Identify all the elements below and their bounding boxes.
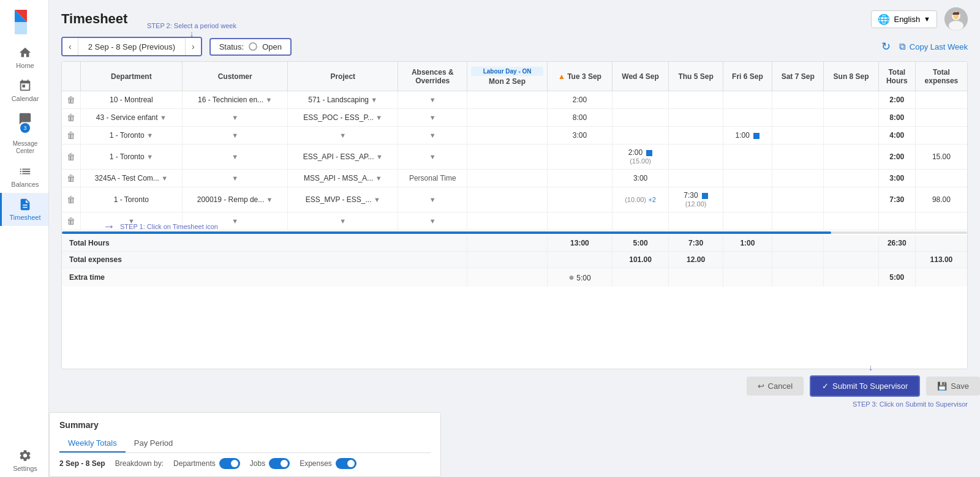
fri-cell[interactable] [723, 109, 772, 127]
tab-weekly-totals[interactable]: Weekly Totals [59, 435, 126, 453]
customer-dropdown-icon[interactable]: ▼ [232, 114, 238, 121]
mon-cell[interactable] [467, 187, 548, 212]
absence-dropdown-icon[interactable]: ▼ [429, 96, 436, 103]
submit-to-supervisor-button[interactable]: ✓ Submit To Supervisor [810, 375, 920, 397]
sun-cell[interactable] [824, 127, 878, 145]
customer-dropdown-icon[interactable]: ▼ [232, 217, 238, 225]
project-dropdown-icon[interactable]: ▼ [376, 153, 383, 160]
tue-cell[interactable]: 3:00 [548, 127, 612, 145]
toggle-dept-switch[interactable] [219, 458, 240, 469]
copy-last-week-button[interactable]: ⧉ Copy Last Week [899, 41, 968, 52]
wed-cell[interactable]: 3:00 [612, 170, 668, 187]
customer-dropdown-icon[interactable]: ▼ [232, 153, 238, 160]
project-dropdown-icon[interactable]: ▼ [375, 114, 382, 121]
sidebar-item-calendar[interactable]: Calendar [0, 74, 48, 107]
mon-cell[interactable] [467, 127, 548, 145]
sat-cell[interactable] [772, 170, 824, 187]
absence-dropdown-icon[interactable]: ▼ [429, 132, 436, 139]
delete-row-button[interactable]: 🗑 [67, 173, 75, 183]
timesheet-table: Department Customer Project Absences &Ov… [62, 62, 967, 287]
cancel-button[interactable]: ↩ Cancel [747, 377, 804, 396]
sat-cell[interactable] [772, 187, 824, 212]
fri-cell[interactable] [723, 187, 772, 212]
delete-row-button[interactable]: 🗑 [67, 152, 75, 162]
sun-cell[interactable] [824, 109, 878, 127]
dept-dropdown-icon[interactable]: ▼ [161, 175, 168, 182]
mon-cell[interactable] [467, 91, 548, 109]
delete-row-button[interactable]: 🗑 [67, 216, 75, 226]
refresh-button[interactable]: ↻ [879, 37, 893, 56]
fri-cell[interactable] [723, 170, 772, 187]
project-dropdown-icon[interactable]: ▼ [339, 132, 346, 139]
sun-cell[interactable] [824, 187, 878, 212]
wed-cell[interactable]: (10.00) +2 [612, 187, 668, 212]
thu-cell[interactable] [669, 91, 723, 109]
absence-dropdown-icon[interactable]: ▼ [429, 217, 436, 225]
project-dropdown-icon[interactable]: ▼ [374, 196, 380, 203]
project-dropdown-icon[interactable]: ▼ [371, 96, 377, 103]
absence-dropdown-icon[interactable]: ▼ [429, 153, 436, 160]
wed-cell[interactable] [612, 127, 668, 145]
language-selector[interactable]: 🌐 English ▼ [871, 10, 937, 28]
customer-dropdown-icon[interactable]: ▼ [265, 96, 272, 103]
period-prev-button[interactable]: ‹ [62, 38, 78, 55]
sidebar-item-timesheet[interactable]: Timesheet [0, 193, 48, 226]
mon-cell[interactable] [467, 145, 548, 170]
customer-dropdown-icon[interactable]: ▼ [232, 175, 238, 182]
total-exp-total [915, 235, 967, 252]
dept-dropdown-icon[interactable]: ▼ [146, 153, 153, 160]
thu-cell[interactable] [669, 170, 723, 187]
period-next-button[interactable]: › [186, 38, 201, 55]
sidebar-item-home[interactable]: Home [0, 41, 48, 74]
mon-cell[interactable] [467, 170, 548, 187]
tue-cell[interactable]: 2:00 [548, 91, 612, 109]
delete-row-button[interactable]: 🗑 [67, 95, 75, 105]
wed-cell[interactable] [612, 91, 668, 109]
wed-cell[interactable]: 2:00 (15.00) [612, 145, 668, 170]
project-cell[interactable]: ▼ [288, 212, 398, 230]
sidebar-item-settings[interactable]: Settings [0, 444, 48, 477]
customer-dropdown-icon[interactable]: ▼ [232, 132, 238, 139]
project-dropdown-icon[interactable]: ▼ [339, 217, 346, 225]
sat-cell[interactable] [772, 145, 824, 170]
toggle-expenses-switch[interactable] [336, 458, 356, 469]
sat-cell[interactable] [772, 127, 824, 145]
tue-cell[interactable] [548, 145, 612, 170]
sun-cell[interactable] [824, 91, 878, 109]
sun-cell[interactable] [824, 170, 878, 187]
delete-row-button[interactable]: 🗑 [67, 195, 75, 205]
tab-pay-period[interactable]: Pay Period [126, 435, 182, 453]
mon-cell[interactable] [467, 109, 548, 127]
save-button[interactable]: 💾 Save [926, 377, 980, 396]
dept-dropdown-icon[interactable]: ▼ [160, 114, 167, 121]
tue-cell[interactable] [548, 170, 612, 187]
project-dropdown-icon[interactable]: ▼ [375, 175, 382, 182]
sat-cell[interactable] [772, 109, 824, 127]
absence-dropdown-icon[interactable]: ▼ [429, 114, 436, 121]
delete-row-button[interactable]: 🗑 [67, 113, 75, 122]
delete-row-button[interactable]: 🗑 [67, 130, 75, 140]
user-avatar[interactable] [944, 7, 968, 31]
fri-cell[interactable] [723, 145, 772, 170]
sat-cell[interactable] [772, 91, 824, 109]
absence-dropdown-icon[interactable]: ▼ [429, 196, 436, 203]
sun-cell[interactable] [824, 145, 878, 170]
dept-dropdown-icon[interactable]: ▼ [146, 132, 153, 139]
toggle-jobs[interactable]: Jobs [250, 458, 290, 469]
toggle-jobs-switch[interactable] [269, 458, 290, 469]
thu-cell[interactable] [669, 145, 723, 170]
fri-cell[interactable]: 1:00 [723, 127, 772, 145]
toggle-expenses[interactable]: Expenses [300, 458, 356, 469]
wed-cell[interactable] [612, 109, 668, 127]
fri-cell[interactable] [723, 91, 772, 109]
thu-cell[interactable]: 7:30 (12.00) [669, 187, 723, 212]
thu-cell[interactable] [669, 127, 723, 145]
sidebar-item-balances[interactable]: Balances [0, 160, 48, 193]
thu-cell[interactable] [669, 109, 723, 127]
customer-dropdown-icon[interactable]: ▼ [266, 196, 273, 203]
toggle-departments[interactable]: Departments [173, 458, 240, 469]
tue-cell[interactable] [548, 187, 612, 212]
summary-period: 2 Sep - 8 Sep [59, 459, 105, 468]
tue-cell[interactable]: 8:00 [548, 109, 612, 127]
sidebar-item-messages[interactable]: 3 Message Center [0, 107, 48, 160]
